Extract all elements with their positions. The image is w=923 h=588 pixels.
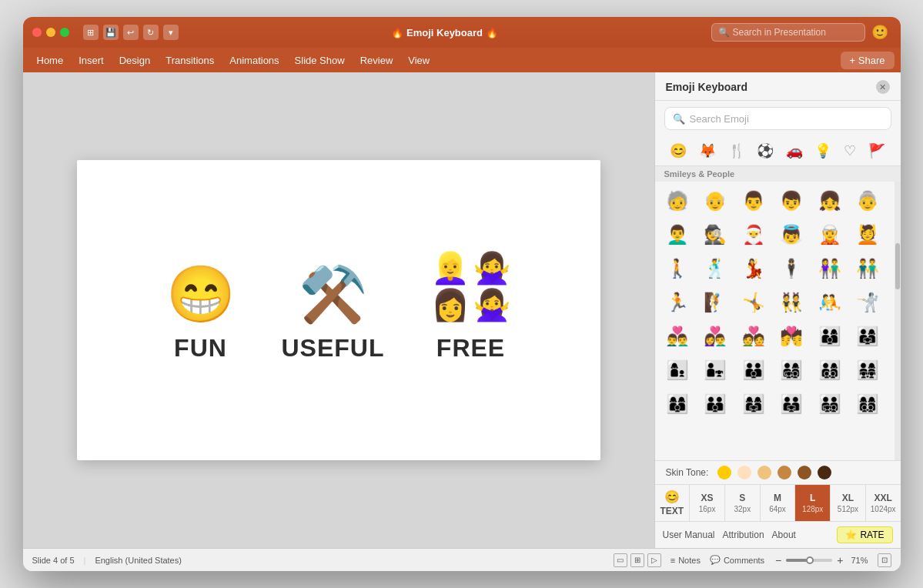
emoji-cell[interactable]: 👩‍👩‍👧 bbox=[737, 388, 770, 420]
emoji-cell[interactable]: 👩‍👦 bbox=[661, 354, 694, 386]
size-m[interactable]: M 64px bbox=[761, 485, 796, 521]
category-food[interactable]: 🍴 bbox=[725, 141, 748, 161]
emoji-cell[interactable]: 💑 bbox=[737, 320, 770, 352]
redo-icon[interactable]: ↻ bbox=[143, 25, 159, 40]
size-text[interactable]: 😊 TEXT bbox=[655, 485, 691, 521]
emoji-cell[interactable]: 👩‍👩‍👦‍👦 bbox=[851, 388, 884, 420]
emoji-cell[interactable]: 🎅 bbox=[737, 219, 770, 251]
zoom-out-button[interactable]: − bbox=[774, 554, 783, 566]
emoji-cell[interactable]: 👨‍👩‍👦‍👦 bbox=[814, 354, 846, 386]
emoji-cell[interactable]: 🏃 bbox=[661, 286, 694, 319]
emoji-cell[interactable]: 👨‍👧 bbox=[699, 354, 731, 386]
zoom-slider[interactable] bbox=[786, 559, 832, 562]
skin-tone-dark[interactable] bbox=[818, 466, 831, 479]
sidebar-toggle-icon[interactable]: ⊞ bbox=[83, 25, 99, 40]
emoji-cell[interactable]: 👩‍👩‍👦 bbox=[661, 388, 694, 420]
emoji-cell[interactable]: 🤼 bbox=[814, 286, 846, 319]
attribution-link[interactable]: Attribution bbox=[723, 530, 764, 540]
emoji-cell[interactable]: 👴 bbox=[699, 185, 731, 217]
emoji-cell[interactable]: 👨‍❤️‍👨 bbox=[661, 320, 694, 352]
grid-view-icon[interactable]: ⊞ bbox=[630, 553, 644, 567]
category-objects[interactable]: 💡 bbox=[811, 141, 834, 161]
emoji-cell[interactable]: 👨 bbox=[737, 185, 770, 217]
emoji-cell[interactable]: 👨‍👩‍👦 bbox=[814, 320, 846, 352]
skin-tone-medium-dark[interactable] bbox=[798, 466, 811, 479]
emoji-cell[interactable]: 👨‍👨‍👧‍👦 bbox=[814, 388, 846, 420]
emoji-cell[interactable]: 💏 bbox=[775, 320, 808, 352]
menu-animations[interactable]: Animations bbox=[222, 52, 286, 69]
emoji-cell[interactable]: 👬 bbox=[851, 252, 884, 285]
category-symbols[interactable]: ♡ bbox=[841, 141, 859, 161]
emoji-cell[interactable]: 🤺 bbox=[851, 286, 884, 319]
emoji-cell[interactable]: 🧗 bbox=[699, 286, 731, 319]
emoji-cell[interactable]: 👨‍👨‍👦 bbox=[699, 388, 731, 420]
menu-insert[interactable]: Insert bbox=[71, 52, 112, 69]
user-manual-link[interactable]: User Manual bbox=[663, 530, 715, 540]
rate-button[interactable]: ⭐ RATE bbox=[837, 526, 892, 543]
emoji-search-box[interactable]: 🔍 Search Emoji bbox=[664, 107, 891, 130]
emoji-cell[interactable]: 👧 bbox=[814, 185, 846, 217]
size-l[interactable]: L 128px bbox=[795, 485, 831, 521]
normal-view-icon[interactable]: ▭ bbox=[614, 553, 627, 567]
emoji-cell[interactable]: 👫 bbox=[814, 252, 846, 285]
notes-button[interactable]: ≡ Notes bbox=[671, 556, 701, 565]
skin-tone-medium-light[interactable] bbox=[757, 466, 771, 479]
emoji-cell[interactable]: 🕴️ bbox=[775, 252, 808, 285]
close-button[interactable] bbox=[32, 28, 42, 37]
category-travel[interactable]: 🚗 bbox=[783, 141, 806, 161]
menu-review[interactable]: Review bbox=[353, 52, 401, 69]
slide-canvas[interactable]: 😁 FUN ⚒️ USEFUL 👱‍♀️ 🙅‍♀️ 👩 bbox=[77, 160, 600, 460]
fit-to-window-icon[interactable]: ⊡ bbox=[878, 553, 891, 567]
category-smileys[interactable]: 😊 bbox=[667, 141, 690, 161]
comments-button[interactable]: 💬 Comments bbox=[710, 555, 764, 565]
undo-icon[interactable]: ↩ bbox=[123, 25, 139, 40]
presentation-search[interactable]: 🔍 Search in Presentation bbox=[711, 23, 865, 42]
size-xs[interactable]: XS 16px bbox=[690, 485, 725, 521]
emoji-cell[interactable]: 👨‍👩‍👧‍👧 bbox=[851, 354, 884, 386]
maximize-button[interactable] bbox=[60, 28, 69, 37]
menu-transitions[interactable]: Transitions bbox=[158, 52, 222, 69]
emoji-cell[interactable]: 👯 bbox=[775, 286, 808, 319]
presenter-view-icon[interactable]: ▷ bbox=[647, 553, 661, 567]
emoji-cell[interactable]: 👩‍❤️‍👨 bbox=[699, 320, 731, 352]
emoji-face-icon[interactable]: 🙂 bbox=[871, 24, 888, 41]
save-icon[interactable]: 💾 bbox=[103, 25, 119, 40]
emoji-cell[interactable]: 💆 bbox=[851, 219, 884, 251]
skin-tone-medium[interactable] bbox=[778, 466, 791, 479]
size-s[interactable]: S 32px bbox=[725, 485, 761, 521]
size-xl[interactable]: XL 512px bbox=[831, 485, 866, 521]
menu-home[interactable]: Home bbox=[29, 52, 72, 69]
more-icon[interactable]: ▾ bbox=[163, 25, 179, 40]
emoji-cell[interactable]: 💃 bbox=[737, 252, 770, 285]
emoji-cell[interactable]: 🕵️ bbox=[699, 219, 731, 251]
emoji-cell[interactable]: 👼 bbox=[775, 219, 808, 251]
menu-slideshow[interactable]: Slide Show bbox=[287, 52, 353, 69]
skin-tone-light[interactable] bbox=[737, 466, 751, 479]
category-animals[interactable]: 🦊 bbox=[696, 141, 719, 161]
about-link[interactable]: About bbox=[772, 530, 796, 540]
emoji-cell[interactable]: 👨‍🦱 bbox=[661, 219, 694, 251]
scrollbar-track[interactable] bbox=[895, 182, 901, 460]
zoom-in-button[interactable]: + bbox=[835, 554, 844, 566]
emoji-cell[interactable]: 🕺 bbox=[699, 252, 731, 285]
emoji-cell[interactable]: 🤸 bbox=[737, 286, 770, 319]
menu-design[interactable]: Design bbox=[112, 52, 158, 69]
emoji-cell[interactable]: 🧓 bbox=[661, 185, 694, 217]
category-activities[interactable]: ⚽ bbox=[754, 141, 777, 161]
emoji-grid-container[interactable]: 🧓 👴 👨 👦 👧 👵 👨‍🦱 🕵️ 🎅 👼 🧝 💆 🚶 � bbox=[655, 182, 895, 460]
minimize-button[interactable] bbox=[46, 28, 55, 37]
skin-tone-yellow[interactable] bbox=[717, 466, 731, 479]
emoji-cell[interactable]: 👵 bbox=[851, 185, 884, 217]
emoji-cell[interactable]: 🧝 bbox=[814, 219, 846, 251]
emoji-cell[interactable]: 👨‍👨‍👧 bbox=[775, 388, 808, 420]
category-flags[interactable]: 🚩 bbox=[865, 141, 888, 161]
emoji-cell[interactable]: 👨‍👩‍👧 bbox=[851, 320, 884, 352]
emoji-cell[interactable]: 👨‍👩‍👧‍👦 bbox=[775, 354, 808, 386]
emoji-cell[interactable]: 🚶 bbox=[661, 252, 694, 285]
menu-view[interactable]: View bbox=[400, 52, 437, 69]
size-xxl[interactable]: XXL 1024px bbox=[866, 485, 901, 521]
share-button[interactable]: + Share bbox=[841, 52, 895, 69]
emoji-panel-close-button[interactable]: ✕ bbox=[876, 80, 890, 94]
scrollbar-thumb[interactable] bbox=[895, 243, 900, 289]
emoji-cell[interactable]: 👦 bbox=[775, 185, 808, 217]
